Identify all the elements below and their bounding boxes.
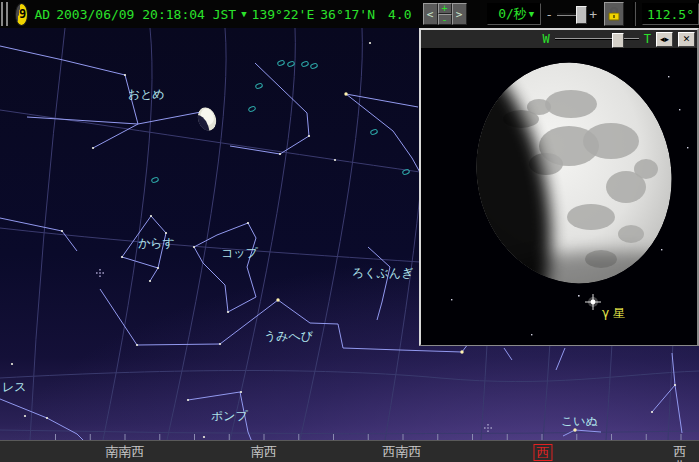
- toolbar-grip-handle[interactable]: [1, 2, 8, 26]
- cluster-marker: [99, 269, 101, 271]
- datetime-dropdown-icon[interactable]: ▼: [241, 9, 246, 19]
- speed-value: 0/秒: [498, 5, 527, 23]
- rotation-slider[interactable]: [555, 32, 639, 46]
- star-point: [240, 391, 242, 393]
- cluster-marker: [102, 272, 104, 274]
- speed-display[interactable]: 0/秒 ▼: [487, 3, 542, 25]
- time-stepper: < + - >: [423, 3, 467, 25]
- rotation-slider-track[interactable]: [555, 38, 639, 40]
- toolbox-icon: [605, 5, 623, 23]
- moon-age-value: 9: [19, 7, 26, 21]
- direction-statusbar: 南南西南西西南西西西北西: [0, 440, 699, 462]
- galaxy-marker: [255, 83, 263, 89]
- moon-mare: [527, 99, 551, 115]
- star-point: [651, 411, 653, 413]
- moon-mare: [545, 90, 597, 118]
- fov-value: 112.5°: [647, 7, 694, 22]
- constellation-line: [346, 94, 422, 176]
- zoom-in-label[interactable]: +: [589, 7, 597, 22]
- moon-view[interactable]: γ 星: [421, 49, 697, 345]
- direction-label-inactive: 西南西: [383, 444, 422, 459]
- constellation-line: [368, 247, 390, 320]
- constellation-label: おとめ: [128, 87, 165, 101]
- direction-label-inactive: 南西: [251, 444, 277, 459]
- cluster-marker: [487, 430, 489, 432]
- era-label: AD: [35, 7, 51, 22]
- galaxy-marker: [301, 61, 309, 67]
- galaxy-marker: [287, 61, 295, 67]
- galaxy-marker: [370, 129, 378, 135]
- step-plus-button[interactable]: +: [438, 3, 452, 14]
- direction-label-inactive: 西北西: [674, 444, 691, 462]
- constellation-line: [675, 385, 682, 433]
- speed-dropdown-icon[interactable]: ▼: [529, 9, 534, 19]
- star-point: [187, 399, 189, 401]
- constellation-line: [672, 353, 675, 385]
- top-axis-label: T: [644, 32, 651, 46]
- star-point: [193, 246, 195, 248]
- datetime-display[interactable]: 2003/06/09 20:18:04 JST: [56, 7, 236, 22]
- moon-mare: [567, 204, 615, 230]
- constellation-line: [556, 348, 565, 370]
- planetarium-app: 9 AD 2003/06/09 20:18:04 JST ▼ 139°22'E …: [0, 0, 699, 462]
- step-back-button[interactable]: <: [423, 3, 438, 25]
- step-forward-button[interactable]: >: [452, 3, 467, 25]
- constellation-label: ポンプ: [211, 409, 249, 423]
- direction-label-active: 西: [534, 444, 553, 461]
- fov-slider-thumb[interactable]: [576, 6, 587, 24]
- resize-button[interactable]: ◂▸: [656, 32, 673, 47]
- cluster-marker: [484, 427, 486, 429]
- constellation-label: こいぬ: [561, 414, 598, 428]
- moon-window-titlebar[interactable]: W T ◂▸ ✕: [421, 30, 697, 49]
- step-minus-button[interactable]: -: [438, 14, 452, 25]
- grid-line: [300, 28, 362, 440]
- star-point: [165, 232, 167, 234]
- cluster-marker: [490, 427, 492, 429]
- constellation-label: レス: [2, 380, 27, 394]
- star-point: [334, 159, 336, 161]
- latitude-display: 36°17'N: [320, 7, 375, 22]
- star-point: [219, 343, 221, 345]
- grid-line: [167, 28, 226, 440]
- star-point: [24, 415, 26, 417]
- main-toolbar: 9 AD 2003/06/09 20:18:04 JST ▼ 139°22'E …: [0, 0, 699, 29]
- constellation-line: [652, 385, 675, 412]
- moon-mare: [539, 126, 599, 166]
- tools-button[interactable]: [604, 2, 624, 26]
- constellation-label: うみへび: [264, 329, 314, 343]
- toolbar-separator: [633, 2, 636, 26]
- grid-line: [230, 28, 295, 440]
- close-button[interactable]: ✕: [678, 32, 695, 47]
- rotation-slider-thumb[interactable]: [612, 33, 624, 48]
- fov-slider[interactable]: [557, 6, 585, 22]
- star-point: [674, 384, 676, 386]
- fov-display: 112.5°: [642, 3, 699, 25]
- background-star: [661, 249, 662, 250]
- longitude-display: 139°22'E: [252, 7, 315, 22]
- limit-magnitude-display: 4.0: [388, 7, 411, 22]
- background-star: [687, 147, 688, 148]
- moon-render: γ 星: [421, 49, 697, 345]
- moon-age-icon[interactable]: 9: [15, 3, 28, 26]
- star-point: [369, 42, 371, 44]
- star-point: [308, 135, 310, 137]
- star-point: [573, 428, 576, 431]
- galaxy-marker: [248, 106, 256, 112]
- star-point: [279, 153, 281, 155]
- constellation-line: [27, 117, 138, 124]
- galaxy-marker: [277, 60, 285, 66]
- cluster-marker: [99, 275, 101, 277]
- star-point: [121, 256, 123, 258]
- star-point: [61, 230, 63, 232]
- background-star: [679, 109, 680, 110]
- zoom-out-label[interactable]: -: [545, 7, 553, 22]
- moon-sprite[interactable]: [187, 105, 220, 145]
- star-point: [227, 311, 229, 313]
- star-point: [157, 267, 159, 269]
- moon-mare: [618, 225, 644, 243]
- star-point: [11, 363, 13, 365]
- cluster-marker: [96, 272, 98, 274]
- gamma-star[interactable]: [591, 300, 596, 305]
- star-point: [247, 222, 249, 224]
- cluster-marker: [487, 427, 489, 429]
